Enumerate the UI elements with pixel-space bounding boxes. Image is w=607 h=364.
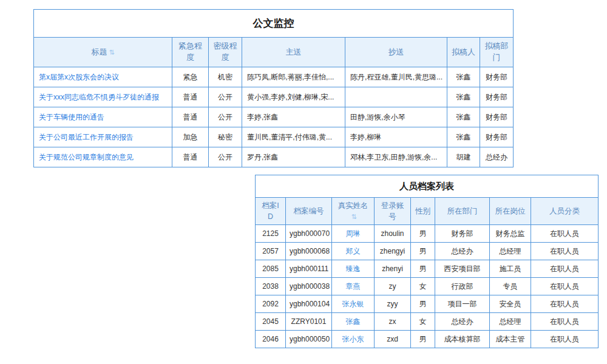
cell-archive-no: ygbh000104 (286, 295, 332, 313)
table-row: 2092 ygbh000104 张永银 zyy 男 项目一部 安全员 在职人员 (256, 295, 599, 313)
cell-secrecy: 机密 (209, 67, 242, 87)
cell-post: 施工员 (490, 260, 531, 278)
person-name-link[interactable]: 周琳 (332, 225, 375, 243)
cell-main-send: 黄小强,李婷,刘健,柳琳,宋... (242, 87, 345, 107)
cell-drafter: 张鑫 (447, 107, 480, 127)
cell-department: 西安项目部 (435, 260, 490, 278)
cell-drafter: 张鑫 (447, 127, 480, 147)
col-header-category: 人员分类 (531, 198, 599, 225)
cell-department: 财务部 (435, 225, 490, 243)
table-row: 2046 ygbh000050 张小东 zxd 男 成本核算部 成本主管 在职人… (256, 331, 599, 348)
table-title-row: 公文监控 (34, 10, 514, 38)
cell-gender: 男 (411, 331, 435, 348)
cell-secrecy: 公开 (209, 87, 242, 107)
person-name-link[interactable]: 张鑫 (332, 313, 375, 331)
cell-urgency: 普通 (172, 147, 209, 167)
cell-draft-dept: 总经办 (480, 147, 514, 167)
person-name-link[interactable]: 郑义 (332, 243, 375, 260)
cell-login-account: zhoulin (375, 225, 411, 243)
cell-cc: 陈丹,程亚雄,董川民,黄思璐... (345, 67, 447, 87)
cell-urgency: 普通 (172, 87, 209, 107)
col-header-drafter: 拟稿人 (447, 38, 480, 67)
cell-department: 总经办 (435, 313, 490, 331)
cell-gender: 男 (411, 295, 435, 313)
cell-department: 项目一部 (435, 295, 490, 313)
col-header-urgency: 紧急程度 (172, 38, 209, 67)
cell-urgency: 普通 (172, 107, 209, 127)
cell-archive-no: ygbh000038 (286, 278, 332, 295)
col-header-secrecy: 密级程度 (209, 38, 242, 67)
person-name-link[interactable]: 张永银 (332, 295, 375, 313)
cell-urgency: 紧急 (172, 67, 209, 87)
doc-table-title: 公文监控 (34, 10, 514, 38)
cell-archive-no: ygbh000070 (286, 225, 332, 243)
cell-main-send: 陈巧凤,断郎,蒋丽,李佳怡,... (242, 67, 345, 87)
table-row: 2057 ygbh000068 郑义 zhengyi 男 总经办 总经理 在职人… (256, 243, 599, 260)
cell-post: 总经理 (490, 243, 531, 260)
cell-cc (345, 87, 447, 107)
cell-category: 在职人员 (531, 295, 599, 313)
table-row: 2038 ygbh000038 章燕 zy 女 行政部 专员 在职人员 (256, 278, 599, 295)
personnel-table-title: 人员档案列表 (256, 175, 599, 198)
doc-title-link[interactable]: 关于公司最近工作开展的报告 (34, 127, 172, 147)
cell-draft-dept: 财务部 (480, 67, 514, 87)
col-header-department: 所在部门 (435, 198, 490, 225)
person-name-link[interactable]: 章燕 (332, 278, 375, 295)
sort-icon[interactable]: ⇅ (109, 49, 114, 56)
doc-title-link[interactable]: 第x届第x次股东会的决议 (34, 67, 172, 87)
col-header-title[interactable]: 标题⇅ (34, 38, 172, 67)
cell-gender: 男 (411, 225, 435, 243)
cell-archive-id: 2085 (256, 260, 286, 278)
doc-header-row: 标题⇅ 紧急程度 密级程度 主送 抄送 拟稿人 拟稿部门 (34, 38, 514, 67)
cell-category: 在职人员 (531, 278, 599, 295)
cell-department: 成本核算部 (435, 331, 490, 348)
cell-category: 在职人员 (531, 225, 599, 243)
cell-drafter: 张鑫 (447, 87, 480, 107)
col-header-real-name[interactable]: 真实姓名⇅ (332, 198, 375, 225)
col-header-cc: 抄送 (345, 38, 447, 67)
person-name-link[interactable]: 臻逸 (332, 260, 375, 278)
cell-drafter: 张鑫 (447, 67, 480, 87)
cell-draft-dept: 财务部 (480, 107, 514, 127)
cell-cc: 田静,游恢,余小琴 (345, 107, 447, 127)
cell-post: 专员 (490, 278, 531, 295)
sort-icon[interactable]: ⇅ (351, 213, 356, 220)
cell-gender: 男 (411, 260, 435, 278)
cell-archive-id: 2125 (256, 225, 286, 243)
table-row: 关于公司最近工作开展的报告 加急 秘密 董川民,董清平,付伟璐,黄... 李婷,… (34, 127, 514, 147)
col-header-post: 所在岗位 (490, 198, 531, 225)
table-row: 关于车辆使用的通告 普通 公开 李婷,张鑫 田静,游恢,余小琴 张鑫 财务部 (34, 107, 514, 127)
cell-department: 行政部 (435, 278, 490, 295)
cell-category: 在职人员 (531, 243, 599, 260)
cell-draft-dept: 财务部 (480, 87, 514, 107)
cell-login-account: zy (375, 278, 411, 295)
cell-draft-dept: 财务部 (480, 127, 514, 147)
cell-category: 在职人员 (531, 331, 599, 348)
cell-gender: 男 (411, 243, 435, 260)
doc-title-link[interactable]: 关于xxx同志临危不惧勇斗歹徒的通报 (34, 87, 172, 107)
cell-post: 总经理 (490, 313, 531, 331)
personnel-archive-table: 人员档案列表 档案ID 档案编号 真实姓名⇅ 登录账号 性别 所在部门 所在岗位… (255, 175, 599, 348)
cell-gender: 女 (411, 313, 435, 331)
personnel-archive-panel: 人员档案列表 档案ID 档案编号 真实姓名⇅ 登录账号 性别 所在部门 所在岗位… (255, 175, 598, 348)
table-row: 2045 ZZRY0101 张鑫 zx 女 总经办 总经理 在职人员 (256, 313, 599, 331)
cell-login-account: zxd (375, 331, 411, 348)
table-row: 2085 ygbh000111 臻逸 zhenyi 男 西安项目部 施工员 在职… (256, 260, 599, 278)
person-name-link[interactable]: 张小东 (332, 331, 375, 348)
cell-secrecy: 公开 (209, 147, 242, 167)
cell-archive-id: 2046 (256, 331, 286, 348)
doc-title-link[interactable]: 关于规范公司规章制度的意见 (34, 147, 172, 167)
cell-cc: 邓林,李卫东,田静,游恢,余... (345, 147, 447, 167)
cell-secrecy: 秘密 (209, 127, 242, 147)
cell-login-account: zhengyi (375, 243, 411, 260)
cell-post: 安全员 (490, 295, 531, 313)
table-row: 2125 ygbh000070 周琳 zhoulin 男 财务部 财务总监 在职… (256, 225, 599, 243)
doc-title-link[interactable]: 关于车辆使用的通告 (34, 107, 172, 127)
cell-gender: 女 (411, 278, 435, 295)
cell-login-account: zyy (375, 295, 411, 313)
cell-drafter: 胡建 (447, 147, 480, 167)
cell-category: 在职人员 (531, 313, 599, 331)
cell-category: 在职人员 (531, 260, 599, 278)
cell-cc: 李婷,柳琳 (345, 127, 447, 147)
cell-main-send: 罗丹,张鑫 (242, 147, 345, 167)
